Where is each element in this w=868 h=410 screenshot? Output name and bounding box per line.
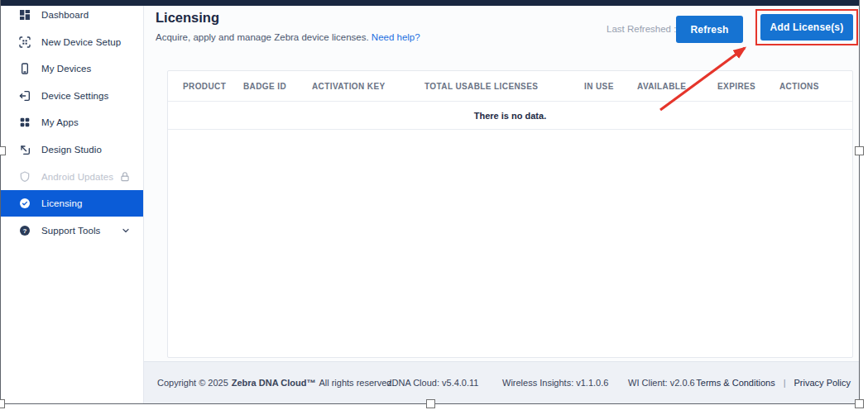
device-settings-icon [18, 89, 31, 102]
selection-handle-right-middle [855, 146, 864, 155]
sidebar-item-licensing[interactable]: Licensing [1, 190, 143, 217]
wireless-insights-version: Wireless Insights: v1.1.0.6 [502, 362, 608, 403]
brand-name: Zebra DNA Cloud™ [232, 378, 316, 388]
annotation-highlight-box [755, 9, 858, 45]
sidebar-item-label: My Apps [41, 117, 79, 127]
sidebar-item-my-apps[interactable]: My Apps [1, 109, 143, 136]
sidebar-nav: Dashboard New Device Setup My Devices [1, 2, 143, 244]
sidebar-item-new-device-setup[interactable]: New Device Setup [1, 29, 143, 56]
sidebar-item-android-updates: Android Updates [1, 163, 143, 190]
selection-border-left [0, 0, 1, 404]
need-help-link[interactable]: Need help? [372, 32, 420, 42]
svg-text:?: ? [23, 226, 27, 234]
sidebar-item-label: Android Updates [41, 172, 113, 182]
column-header-in-use: IN USE [584, 82, 637, 91]
column-header-activation-key: ACTIVATION KEY [312, 82, 424, 91]
table-empty-row: There is no data. [168, 102, 852, 130]
footer-link-separator: | [784, 378, 786, 388]
apps-grid-icon [18, 116, 31, 129]
sidebar-item-label: Design Studio [41, 145, 102, 155]
help-icon: ? [18, 224, 31, 237]
qr-scan-icon [18, 36, 31, 49]
last-refreshed-label: Last Refreshed : [607, 24, 676, 34]
sidebar-divider [143, 6, 144, 403]
empty-state-message: There is no data. [474, 111, 546, 121]
copyright-text: Copyright © 2025 Zebra DNA Cloud™ All ri… [157, 362, 395, 403]
licenses-table-card: PRODUCT BADGE ID ACTIVATION KEY TOTAL US… [167, 70, 853, 358]
column-header-total-usable-licenses: TOTAL USABLE LICENSES [424, 82, 584, 91]
terms-and-conditions-link[interactable]: Terms & Conditions [696, 378, 774, 388]
sidebar-item-design-studio[interactable]: Design Studio [1, 136, 143, 164]
sidebar-item-label: Support Tools [41, 226, 100, 236]
column-header-product: PRODUCT [183, 82, 243, 91]
sidebar-item-label: Licensing [41, 198, 83, 208]
selection-handle-bottom-middle [426, 399, 435, 408]
page-title: Licensing [156, 10, 219, 26]
smartphone-icon [18, 62, 31, 75]
sidebar-item-label: Dashboard [41, 10, 89, 20]
column-header-expires: EXPIRES [717, 82, 779, 91]
selection-handle-left-middle [0, 146, 6, 155]
sidebar-item-label: My Devices [41, 64, 91, 74]
selection-border-right [859, 0, 860, 404]
sidebar-item-my-devices[interactable]: My Devices [1, 55, 143, 83]
sidebar-item-support-tools[interactable]: ? Support Tools [1, 217, 143, 244]
selection-handle-bottom-left [0, 399, 5, 408]
page-subtitle: Acquire, apply and manage Zebra device l… [156, 32, 420, 42]
selection-handle-bottom-right [855, 399, 864, 408]
column-header-badge-id: BADGE ID [243, 82, 312, 91]
chevron-down-icon[interactable] [121, 226, 131, 236]
refresh-button[interactable]: Refresh [676, 16, 743, 43]
sidebar-item-device-settings[interactable]: Device Settings [1, 83, 143, 110]
privacy-policy-link[interactable]: Privacy Policy [794, 378, 851, 388]
shield-icon [18, 170, 31, 184]
column-header-available: AVAILABLE [637, 82, 717, 91]
screenshot-frame: Dashboard New Device Setup My Devices [0, 0, 868, 410]
top-navy-bar [1, 0, 859, 6]
wi-client-version: WI Client: v2.0.6 [628, 362, 695, 403]
sidebar-item-label: New Device Setup [41, 37, 121, 47]
sidebar-item-label: Device Settings [41, 91, 108, 101]
table-header-row: PRODUCT BADGE ID ACTIVATION KEY TOTAL US… [168, 71, 852, 102]
license-badge-icon [18, 197, 31, 210]
column-header-actions: ACTIONS [779, 82, 852, 91]
design-studio-icon [18, 143, 31, 156]
subtitle-text: Acquire, apply and manage Zebra device l… [156, 32, 369, 42]
lock-icon [119, 171, 131, 183]
zdna-version: zDNA Cloud: v5.4.0.11 [387, 362, 478, 403]
footer: Copyright © 2025 Zebra DNA Cloud™ All ri… [144, 361, 859, 403]
dashboard-icon [18, 8, 31, 21]
footer-links: Terms & Conditions | Privacy Policy [696, 362, 851, 403]
